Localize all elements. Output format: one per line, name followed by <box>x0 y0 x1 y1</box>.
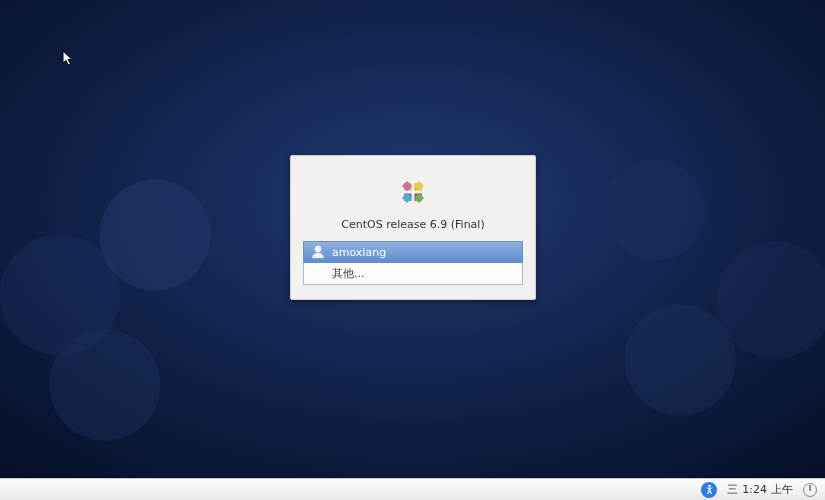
svg-point-8 <box>315 246 321 252</box>
other-user-label: 其他... <box>332 266 365 281</box>
clock-day: 三 <box>727 482 738 497</box>
user-name-label: amoxiang <box>332 246 386 259</box>
login-card: CentOS release 6.9 (Final) amoxiang 其他..… <box>290 155 536 300</box>
clock-time: 1:24 <box>742 483 767 496</box>
power-icon[interactable] <box>803 483 817 497</box>
centos-logo-icon <box>303 172 523 212</box>
accessibility-icon[interactable] <box>701 482 717 498</box>
svg-point-9 <box>708 485 711 488</box>
login-desktop: CentOS release 6.9 (Final) amoxiang 其他..… <box>0 0 825 478</box>
release-label: CentOS release 6.9 (Final) <box>303 218 523 231</box>
taskbar: 三 1:24 上午 <box>0 478 825 500</box>
cursor-icon <box>62 50 76 68</box>
clock-ampm: 上午 <box>771 482 793 497</box>
user-row-amoxiang[interactable]: amoxiang <box>303 241 523 263</box>
avatar-icon <box>310 244 326 260</box>
user-row-other[interactable]: 其他... <box>303 263 523 285</box>
